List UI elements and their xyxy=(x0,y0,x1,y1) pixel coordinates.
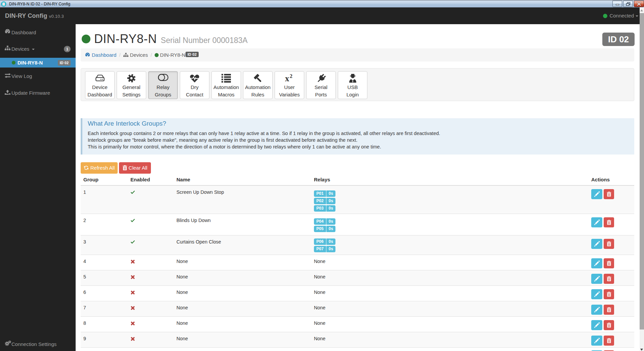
svg-text:2: 2 xyxy=(290,74,292,79)
svg-text:x: x xyxy=(285,74,289,83)
